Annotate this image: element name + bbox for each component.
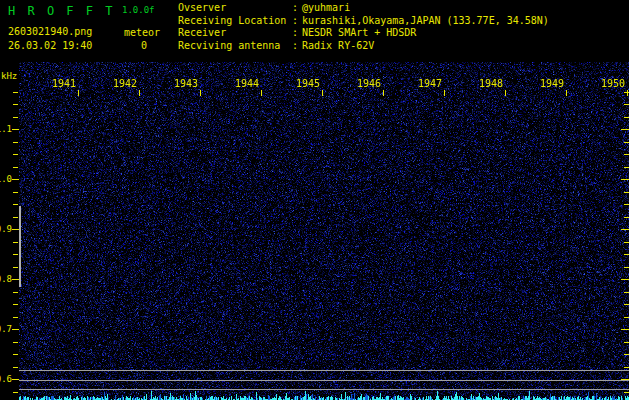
- axis-tick: [13, 354, 18, 355]
- axis-tick: [624, 292, 629, 293]
- station-info-row: Receiving Location:kurashiki,Okayama,JAP…: [178, 16, 549, 26]
- axis-tick: [621, 379, 629, 380]
- axis-tick: [621, 129, 629, 130]
- axis-tick: [621, 229, 629, 230]
- axis-tick: [139, 90, 140, 96]
- time-tick-label: 1949: [524, 79, 564, 89]
- axis-tick: [12, 179, 19, 180]
- axis-tick: [13, 204, 18, 205]
- spectrogram-canvas: [19, 62, 629, 400]
- time-tick-label: 1947: [402, 79, 442, 89]
- axis-tick: [624, 367, 629, 368]
- axis-tick: [444, 90, 445, 96]
- info-value: kurashiki,Okayama,JAPAN (133.77E, 34.58N…: [302, 15, 549, 26]
- axis-tick: [624, 167, 629, 168]
- time-tick-label: 1948: [463, 79, 503, 89]
- time-tick-label: 1946: [341, 79, 381, 89]
- info-label: Receiver: [178, 28, 292, 38]
- axis-tick: [13, 267, 18, 268]
- axis-tick: [624, 117, 629, 118]
- axis-tick: [13, 117, 18, 118]
- axis-tick: [624, 92, 629, 93]
- app-title: H R O F F T: [8, 5, 115, 17]
- axis-tick: [624, 154, 629, 155]
- axis-tick: [624, 204, 629, 205]
- axis-tick: [624, 354, 629, 355]
- axis-tick: [624, 317, 629, 318]
- station-info-row: Recviving antenna:Radix RY-62V: [178, 41, 374, 51]
- axis-tick: [78, 90, 79, 96]
- freq-tick-label: 0.8: [0, 275, 12, 284]
- axis-tick: [621, 279, 629, 280]
- info-separator: :: [292, 28, 302, 38]
- axis-tick: [13, 317, 18, 318]
- station-info-row: Ovserver:@yuhmari: [178, 3, 350, 13]
- axis-tick: [13, 192, 18, 193]
- hrofft-window: H R O F F T 1.0.0f 2603021940.png 26.03.…: [0, 0, 629, 400]
- info-separator: :: [292, 16, 302, 26]
- axis-tick: [13, 167, 18, 168]
- time-tick-label: 1950: [585, 79, 625, 89]
- axis-tick: [322, 90, 323, 96]
- axis-tick: [12, 379, 19, 380]
- axis-tick: [13, 254, 18, 255]
- axis-tick: [624, 342, 629, 343]
- axis-tick: [624, 242, 629, 243]
- info-separator: :: [292, 3, 302, 13]
- axis-tick: [505, 90, 506, 96]
- axis-tick: [13, 154, 18, 155]
- axis-tick: [12, 279, 19, 280]
- axis-tick: [566, 90, 567, 96]
- axis-tick: [12, 129, 19, 130]
- info-value: @yuhmari: [302, 2, 350, 13]
- freq-tick-label: 1.1: [0, 125, 12, 134]
- freq-tick-label: 0.6: [0, 375, 12, 384]
- time-tick-label: 1944: [219, 79, 259, 89]
- axis-tick: [624, 304, 629, 305]
- axis-tick: [13, 392, 18, 393]
- axis-tick: [13, 142, 18, 143]
- axis-tick: [13, 92, 18, 93]
- time-tick-label: 1945: [280, 79, 320, 89]
- meteor-count-label: meteor: [124, 28, 160, 38]
- axis-tick: [624, 254, 629, 255]
- axis-tick: [13, 342, 18, 343]
- app-version: 1.0.0f: [122, 6, 155, 15]
- axis-tick: [261, 90, 262, 96]
- time-tick-label: 1943: [158, 79, 198, 89]
- freq-tick-label: 0.9: [0, 225, 12, 234]
- time-tick-label: 1942: [97, 79, 137, 89]
- info-label: Recviving antenna: [178, 41, 292, 51]
- axis-tick: [13, 304, 18, 305]
- info-label: Ovserver: [178, 3, 292, 13]
- station-info-row: Receiver:NESDR SMArt + HDSDR: [178, 28, 416, 38]
- axis-tick: [12, 229, 19, 230]
- freq-tick-label: 0.7: [0, 325, 12, 334]
- meteor-count-value: 0: [124, 41, 164, 51]
- axis-tick: [624, 267, 629, 268]
- info-separator: :: [292, 41, 302, 51]
- axis-tick: [12, 329, 19, 330]
- axis-tick: [624, 142, 629, 143]
- axis-tick: [383, 90, 384, 96]
- freq-tick-label: 1.0: [0, 175, 12, 184]
- axis-tick: [621, 329, 629, 330]
- observation-datetime: 26.03.02 19:40: [8, 41, 92, 51]
- time-tick-label: 1941: [36, 79, 76, 89]
- axis-tick: [624, 104, 629, 105]
- output-filename: 2603021940.png: [8, 27, 92, 37]
- freq-axis-unit-label: kHz: [1, 72, 17, 81]
- info-label: Receiving Location: [178, 16, 292, 26]
- axis-tick: [624, 392, 629, 393]
- axis-tick: [13, 242, 18, 243]
- axis-tick: [13, 217, 18, 218]
- info-value: Radix RY-62V: [302, 40, 374, 51]
- axis-tick: [621, 179, 629, 180]
- info-value: NESDR SMArt + HDSDR: [302, 27, 416, 38]
- axis-tick: [624, 217, 629, 218]
- axis-tick: [13, 292, 18, 293]
- axis-tick: [13, 367, 18, 368]
- axis-tick: [200, 90, 201, 96]
- axis-tick: [13, 104, 18, 105]
- axis-tick: [624, 192, 629, 193]
